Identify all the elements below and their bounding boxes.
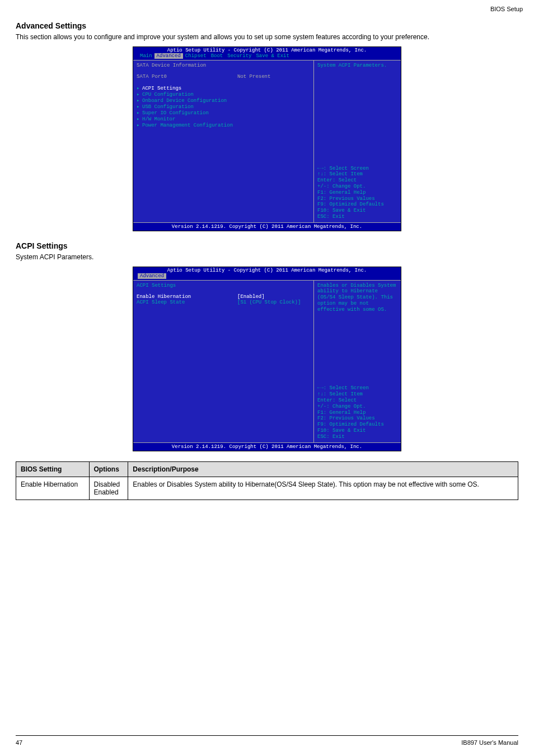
key-hint: ESC: Exit bbox=[317, 214, 397, 220]
setting-label: Enable Hibernation bbox=[137, 294, 237, 300]
submenu-super-io-configuration[interactable]: ▸Super IO Configuration bbox=[137, 110, 310, 116]
submenu-marker-icon: ▸ bbox=[137, 122, 142, 128]
bios-screenshot-advanced: Aptio Setup Utility - Copyright (C) 2011… bbox=[133, 46, 401, 231]
bios-settings-table: BIOS SettingOptionsDescription/Purpose E… bbox=[16, 461, 518, 500]
submenu-marker-icon: ▸ bbox=[137, 97, 142, 104]
bios-right-pane: Enables or Disables System ability to Hi… bbox=[314, 281, 401, 442]
bios-help-text: System ACPI Parameters. bbox=[317, 63, 397, 69]
submenu-marker-icon: ▸ bbox=[137, 104, 142, 110]
bios-tab-bar: MainAdvancedChipsetBootSecuritySave & Ex… bbox=[133, 53, 401, 60]
table-cell: Enables or Disables System ability to Hi… bbox=[128, 477, 518, 500]
submenu-cpu-configuration[interactable]: ▸CPU Configuration bbox=[137, 91, 310, 97]
bios-left-pane: ACPI Settings Enable Hibernation[Enabled… bbox=[133, 281, 314, 442]
bios-tab-bar: Advanced bbox=[133, 273, 401, 280]
submenu-label: USB Configuration bbox=[142, 104, 194, 110]
key-hint: F2: Previous Values bbox=[317, 196, 397, 202]
submenu-label: ACPI Settings bbox=[142, 86, 181, 91]
bios-help-text: Enables or Disables System ability to Hi… bbox=[317, 283, 397, 313]
bios-footer: Version 2.14.1219. Copyright (C) 2011 Am… bbox=[133, 222, 401, 231]
bios-right-pane: System ACPI Parameters. ←→: Select Scree… bbox=[314, 60, 401, 222]
table-cell: Disabled Enabled bbox=[89, 477, 128, 500]
bios-tab-advanced[interactable]: Advanced bbox=[138, 273, 166, 279]
setting-value: [S1 (CPU Stop Clock)] bbox=[237, 300, 301, 305]
key-hint: +/-: Change Opt. bbox=[317, 184, 397, 190]
key-hint: ESC: Exit bbox=[317, 434, 397, 440]
page-footer: 47 IB897 User's Manual bbox=[16, 735, 518, 746]
section-text-acpi: System ACPI Parameters. bbox=[16, 253, 518, 262]
submenu-label: Super IO Configuration bbox=[142, 110, 209, 116]
page-header-right: BIOS Setup bbox=[490, 6, 523, 12]
submenu-h-w-monitor[interactable]: ▸H/W Monitor bbox=[137, 116, 310, 122]
key-hint: F1: General Help bbox=[317, 190, 397, 196]
setting-row-acpi-sleep-state[interactable]: ACPI Sleep State[S1 (CPU Stop Clock)] bbox=[137, 300, 310, 305]
submenu-label: H/W Monitor bbox=[142, 116, 175, 122]
key-hint: ↑↓: Select Item bbox=[317, 391, 397, 398]
key-hint: F10: Save & Exit bbox=[317, 428, 397, 434]
bios-header: Aptio Setup Utility - Copyright (C) 2011… bbox=[133, 267, 401, 273]
submenu-onboard-device-configuration[interactable]: ▸Onboard Device Configuration bbox=[137, 97, 310, 104]
bios-tab-security[interactable]: Security bbox=[225, 53, 254, 59]
table-header: BIOS Setting bbox=[16, 461, 90, 477]
table-cell: Enable Hibernation bbox=[16, 477, 90, 500]
key-hint: Enter: Select bbox=[317, 178, 397, 184]
sata-info-label: SATA Device Information bbox=[137, 63, 237, 68]
key-hint: F9: Optimized Defaults bbox=[317, 422, 397, 428]
section-title-advanced: Advanced Settings bbox=[16, 21, 518, 30]
section-title-acpi: ACPI Settings bbox=[16, 241, 518, 250]
submenu-label: Onboard Device Configuration bbox=[142, 98, 227, 104]
bios-left-pane: SATA Device Information SATA Port0 Not P… bbox=[133, 60, 314, 222]
bios-tab-advanced[interactable]: Advanced bbox=[154, 53, 183, 59]
setting-row-enable-hibernation[interactable]: Enable Hibernation[Enabled] bbox=[137, 294, 310, 300]
submenu-acpi-settings[interactable]: ▸ACPI Settings bbox=[137, 85, 310, 91]
key-hint: F10: Save & Exit bbox=[317, 208, 397, 214]
bios-footer: Version 2.14.1219. Copyright (C) 2011 Am… bbox=[133, 442, 401, 451]
bios-header: Aptio Setup Utility - Copyright (C) 2011… bbox=[133, 47, 401, 53]
setting-label: ACPI Sleep State bbox=[137, 300, 237, 305]
section-text-advanced: This section allows you to configure and… bbox=[16, 32, 518, 42]
key-hint: F2: Previous Values bbox=[317, 416, 397, 422]
table-header: Options bbox=[89, 461, 128, 477]
submenu-marker-icon: ▸ bbox=[137, 110, 142, 116]
bios-tab-main[interactable]: Main bbox=[138, 53, 154, 59]
table-row: Enable HibernationDisabled EnabledEnable… bbox=[16, 477, 518, 500]
bios-screenshot-acpi: Aptio Setup Utility - Copyright (C) 2011… bbox=[133, 267, 401, 451]
sata-port-label: SATA Port0 bbox=[137, 74, 237, 80]
submenu-marker-icon: ▸ bbox=[137, 91, 142, 97]
bios-tab-boot[interactable]: Boot bbox=[209, 53, 226, 59]
key-hint: Enter: Select bbox=[317, 398, 397, 404]
key-hint: F9: Optimized Defaults bbox=[317, 202, 397, 208]
sata-port-value: Not Present bbox=[237, 74, 270, 80]
key-hint: ↑↓: Select Item bbox=[317, 171, 397, 178]
submenu-label: Power Management Configuration bbox=[142, 123, 233, 128]
submenu-marker-icon: ▸ bbox=[137, 85, 142, 91]
key-hint: ←→: Select Screen bbox=[317, 385, 397, 391]
key-hint: ←→: Select Screen bbox=[317, 166, 397, 172]
footer-page-number: 47 bbox=[16, 739, 22, 746]
bios-tab-chipset[interactable]: Chipset bbox=[183, 53, 209, 59]
submenu-marker-icon: ▸ bbox=[137, 116, 142, 122]
bios-tab-save-exit[interactable]: Save & Exit bbox=[254, 53, 291, 59]
submenu-power-management-configuration[interactable]: ▸Power Management Configuration bbox=[137, 122, 310, 128]
key-hint: F1: General Help bbox=[317, 410, 397, 416]
key-hint: +/-: Change Opt. bbox=[317, 404, 397, 410]
acpi-heading: ACPI Settings bbox=[137, 283, 310, 288]
submenu-usb-configuration[interactable]: ▸USB Configuration bbox=[137, 104, 310, 110]
submenu-label: CPU Configuration bbox=[142, 92, 194, 97]
table-header: Description/Purpose bbox=[128, 461, 518, 477]
setting-value: [Enabled] bbox=[237, 294, 265, 300]
footer-manual-title: IB897 User's Manual bbox=[461, 739, 518, 746]
